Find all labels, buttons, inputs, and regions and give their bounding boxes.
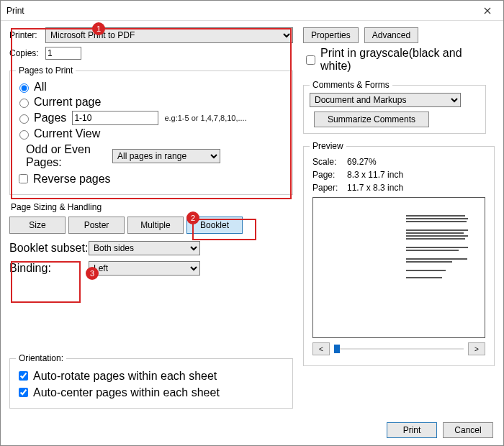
scale-label: Scale: (312, 157, 347, 167)
auto-rotate-label: Auto-rotate pages within each sheet (33, 370, 217, 383)
auto-rotate-checkbox[interactable] (19, 371, 28, 381)
radio-all-label: All (34, 81, 47, 94)
pages-to-print-group: Pages to Print All Current page Pages e.… (9, 65, 293, 195)
booklet-subset-label: Booklet subset: (9, 242, 89, 255)
binding-select[interactable]: Left (89, 261, 200, 276)
summarize-comments-button[interactable]: Summarize Comments (314, 112, 429, 127)
preview-next-button[interactable]: > (468, 342, 485, 355)
radio-current-view[interactable] (19, 130, 29, 140)
pages-to-print-legend: Pages to Print (16, 65, 76, 76)
radio-pages[interactable] (19, 114, 29, 124)
preview-legend: Preview (310, 141, 346, 151)
comments-legend: Comments & Forms (310, 80, 392, 90)
reverse-pages-label: Reverse pages (33, 173, 111, 186)
left-panel: Printer: Microsoft Print to PDF Copies: … (9, 24, 293, 409)
copies-label: Copies: (9, 48, 45, 58)
orientation-group: Orientation: Auto-rotate pages within ea… (9, 353, 293, 409)
comments-select[interactable]: Document and Markups (310, 93, 461, 107)
booklet-subset-select[interactable]: Both sides (89, 241, 200, 255)
binding-label: Binding: (9, 262, 89, 275)
odd-even-select[interactable]: All pages in range (112, 149, 220, 163)
grayscale-checkbox[interactable] (306, 55, 315, 65)
radio-current-page-label: Current page (34, 96, 101, 109)
preview-slider[interactable] (334, 348, 464, 350)
tab-multiple[interactable]: Multiple (127, 217, 184, 234)
printer-select[interactable]: Microsoft Print to PDF (45, 27, 293, 43)
tab-poster[interactable]: Poster (68, 217, 125, 234)
paper-value: 11.7 x 8.3 inch (347, 183, 485, 193)
auto-center-label: Auto-center pages within each sheet (33, 386, 220, 399)
right-panel: Properties Advanced Print in grayscale(b… (303, 24, 486, 409)
preview-sheet (319, 206, 479, 329)
printer-label: Printer: (9, 30, 45, 40)
preview-box (312, 197, 485, 338)
pages-hint: e.g:1-5 or 1,4,7,8,10,.... (164, 114, 246, 122)
scale-value: 69.27% (347, 157, 485, 167)
odd-even-label: Odd or Even Pages: (26, 143, 112, 169)
radio-current-page[interactable] (19, 99, 29, 108)
tab-size[interactable]: Size (9, 217, 66, 234)
window-title: Print (6, 6, 473, 16)
copies-input[interactable] (45, 47, 81, 60)
auto-center-checkbox[interactable] (19, 388, 28, 397)
radio-pages-label: Pages (34, 112, 66, 124)
radio-current-view-label: Current View (34, 127, 100, 140)
page-sizing-title: Page Sizing & Handling (11, 202, 293, 212)
titlebar: Print (1, 1, 503, 21)
radio-all[interactable] (19, 83, 29, 93)
grayscale-label: Print in grayscale(black and white) (320, 47, 486, 73)
paper-label: Paper: (312, 183, 347, 193)
properties-button[interactable]: Properties (303, 27, 359, 43)
preview-prev-button[interactable]: < (312, 342, 330, 355)
page-value: 8.3 x 11.7 inch (347, 170, 485, 180)
orientation-legend: Orientation: (16, 353, 66, 363)
close-button[interactable] (473, 7, 502, 14)
advanced-button[interactable]: Advanced (364, 27, 418, 43)
tab-booklet[interactable]: Booklet (186, 217, 243, 234)
preview-group: Preview Scale: 69.27% Page: 8.3 x 11.7 i… (303, 141, 495, 366)
print-button[interactable]: Print (387, 422, 437, 438)
pages-input[interactable] (72, 111, 158, 125)
cancel-button[interactable]: Cancel (443, 422, 493, 438)
close-icon (484, 7, 491, 14)
page-label: Page: (312, 170, 347, 180)
print-dialog: Print Printer: Microsoft Print to PDF Co… (0, 0, 504, 446)
comments-group: Comments & Forms Document and Markups Su… (303, 80, 486, 134)
reverse-pages-checkbox[interactable] (19, 174, 28, 183)
